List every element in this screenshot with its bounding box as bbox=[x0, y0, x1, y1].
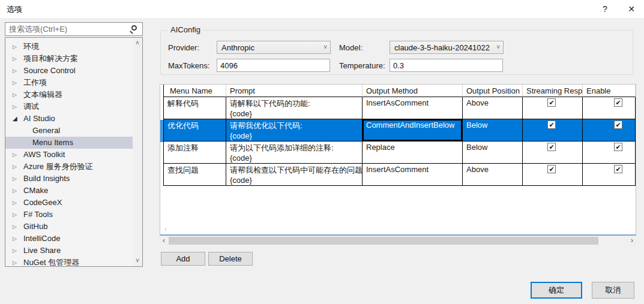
tree-collapsed-icon[interactable]: ▷ bbox=[13, 185, 21, 197]
sidebar-item-codegeex[interactable]: ▷CodeGeeX bbox=[5, 197, 133, 209]
sidebar-item-azure-auth[interactable]: ▷Azure 服务身份验证 bbox=[5, 161, 133, 173]
sidebar-item-live-share[interactable]: ▷Live Share bbox=[5, 245, 133, 257]
checkbox-checked[interactable]: ✔ bbox=[614, 143, 622, 151]
table-row[interactable]: 解释代码 请解释以下代码的功能:{code} InsertAsComment A… bbox=[164, 97, 636, 119]
column-header-menu-name[interactable]: Menu Name bbox=[164, 85, 226, 97]
cell-prompt[interactable]: 请帮我检查以下代码中可能存在的问题:{code} bbox=[226, 164, 363, 186]
temperature-label: Temperature: bbox=[339, 61, 385, 70]
tree-collapsed-icon[interactable]: ▷ bbox=[13, 65, 21, 77]
dialog-title: 选项 bbox=[7, 4, 22, 15]
column-header-output-position[interactable]: Output Position bbox=[463, 85, 523, 97]
add-button[interactable]: Add bbox=[161, 252, 205, 266]
scroll-down-icon[interactable]: ˅ bbox=[133, 256, 142, 266]
tree-collapsed-icon[interactable]: ▷ bbox=[13, 257, 21, 267]
max-tokens-field[interactable] bbox=[217, 59, 330, 72]
cell-prompt[interactable]: 请解释以下代码的功能:{code} bbox=[226, 97, 363, 119]
cell-output-method[interactable]: Replace bbox=[363, 142, 463, 164]
checkbox-checked[interactable]: ✔ bbox=[614, 165, 622, 173]
close-icon[interactable]: ✕ bbox=[619, 0, 643, 18]
provider-label: Provider: bbox=[168, 43, 199, 52]
tree-collapsed-icon[interactable]: ▷ bbox=[13, 221, 21, 233]
cell-menu-name[interactable]: 解释代码 bbox=[164, 97, 226, 119]
cell-output-method[interactable]: InsertAsComment bbox=[363, 97, 463, 119]
sidebar-item-general[interactable]: General bbox=[5, 125, 133, 137]
sidebar-item-source-control[interactable]: ▷Source Control bbox=[5, 65, 133, 77]
cell-streaming: ✔ bbox=[523, 97, 583, 119]
scroll-right-icon[interactable]: › bbox=[628, 237, 636, 245]
tree-collapsed-icon[interactable]: ▷ bbox=[13, 89, 21, 101]
column-header-prompt[interactable]: Prompt bbox=[226, 85, 363, 97]
tree-collapsed-icon[interactable]: ▷ bbox=[13, 233, 21, 245]
delete-button[interactable]: Delete bbox=[208, 252, 253, 266]
cell-output-method-current[interactable]: CommentAndInsertBelow bbox=[363, 119, 463, 142]
column-header-output-method[interactable]: Output Method bbox=[363, 85, 463, 97]
provider-dropdown[interactable]: Anthropic ˅ bbox=[217, 41, 331, 54]
tree-collapsed-icon[interactable]: ▷ bbox=[13, 53, 21, 65]
checkbox-checked[interactable]: ✔ bbox=[614, 98, 622, 107]
sidebar-item-work-items[interactable]: ▷工作项 bbox=[5, 77, 133, 89]
cell-output-position[interactable]: Above bbox=[463, 164, 523, 186]
scrollbar-thumb[interactable] bbox=[169, 237, 598, 245]
table-row-selected[interactable]: 优化代码 请帮我优化以下代码:{code} CommentAndInsertBe… bbox=[164, 119, 636, 142]
tree-collapsed-icon[interactable]: ▷ bbox=[13, 101, 21, 113]
chevron-down-icon: ˅ bbox=[324, 44, 327, 50]
sidebar-item-build-insights[interactable]: ▷Build Insights bbox=[5, 173, 133, 185]
grid-scroll-left-icon: ‹ bbox=[164, 225, 167, 233]
column-header-streaming[interactable]: Streaming Resp bbox=[523, 85, 583, 97]
cancel-button[interactable]: 取消 bbox=[592, 282, 634, 299]
help-icon[interactable]: ? bbox=[593, 0, 617, 18]
horizontal-scrollbar[interactable]: ‹ › bbox=[160, 237, 636, 245]
cell-output-position[interactable]: Below bbox=[463, 142, 523, 164]
checkbox-checked[interactable]: ✔ bbox=[614, 121, 622, 129]
tree-collapsed-icon[interactable]: ▷ bbox=[13, 149, 21, 161]
search-icon bbox=[131, 25, 137, 31]
search-input[interactable] bbox=[9, 24, 126, 34]
sidebar-item-cmake[interactable]: ▷CMake bbox=[5, 185, 133, 197]
tree-collapsed-icon[interactable]: ▷ bbox=[13, 77, 21, 89]
tree-collapsed-icon[interactable]: ▷ bbox=[13, 173, 21, 185]
grid-header-row: Menu Name Prompt Output Method Output Po… bbox=[164, 85, 636, 97]
scroll-left-icon[interactable]: ‹ bbox=[160, 237, 168, 245]
sidebar-item-environment[interactable]: ▷环境 bbox=[5, 41, 133, 53]
cell-prompt[interactable]: 请为以下代码添加详细的注释:{code} bbox=[226, 142, 363, 164]
tree-scrollbar[interactable]: ˄ ˅ bbox=[133, 38, 142, 266]
sidebar-item-text-editor[interactable]: ▷文本编辑器 bbox=[5, 89, 133, 101]
sidebar-item-nuget[interactable]: ▷NuGet 包管理器 bbox=[5, 257, 133, 267]
checkbox-checked[interactable]: ✔ bbox=[547, 143, 556, 151]
tree-collapsed-icon[interactable]: ▷ bbox=[13, 209, 21, 221]
sidebar-item-fsharp-tools[interactable]: ▷F# Tools bbox=[5, 209, 133, 221]
ok-button[interactable]: 确定 bbox=[531, 282, 582, 299]
sidebar-item-ai-studio[interactable]: ◢AI Studio bbox=[5, 113, 133, 125]
model-dropdown[interactable]: claude-3-5-haiku-20241022 ˅ bbox=[390, 41, 504, 54]
sidebar-item-projects-solutions[interactable]: ▷项目和解决方案 bbox=[5, 53, 133, 65]
cell-prompt[interactable]: 请帮我优化以下代码:{code} bbox=[226, 119, 363, 142]
cell-menu-name[interactable]: 优化代码 bbox=[164, 119, 226, 142]
menu-items-grid: Menu Name Prompt Output Method Output Po… bbox=[160, 84, 636, 236]
group-title: AIConfig bbox=[168, 25, 203, 34]
sidebar-item-aws-toolkit[interactable]: ▷AWS Toolkit bbox=[5, 149, 133, 161]
checkbox-checked[interactable]: ✔ bbox=[547, 98, 556, 107]
tree-collapsed-icon[interactable]: ▷ bbox=[13, 197, 21, 209]
checkbox-checked[interactable]: ✔ bbox=[547, 121, 556, 129]
tree-collapsed-icon[interactable]: ▷ bbox=[13, 161, 21, 173]
tree-expanded-icon[interactable]: ◢ bbox=[13, 113, 21, 125]
temperature-field[interactable] bbox=[390, 59, 503, 72]
checkbox-checked[interactable]: ✔ bbox=[547, 165, 556, 173]
sidebar-item-menu-items[interactable]: Menu Items bbox=[5, 137, 133, 149]
column-header-enable[interactable]: Enable bbox=[583, 85, 636, 97]
cell-output-position[interactable]: Below bbox=[463, 119, 523, 142]
sidebar-item-github[interactable]: ▷GitHub bbox=[5, 221, 133, 233]
sidebar-item-intellicode[interactable]: ▷IntelliCode bbox=[5, 233, 133, 245]
cell-menu-name[interactable]: 添加注释 bbox=[164, 142, 226, 164]
scroll-up-icon[interactable]: ˄ bbox=[133, 38, 142, 48]
tree-collapsed-icon[interactable]: ▷ bbox=[13, 245, 21, 257]
model-label: Model: bbox=[339, 43, 363, 52]
cell-menu-name[interactable]: 查找问题 bbox=[164, 164, 226, 186]
table-row[interactable]: 查找问题 请帮我检查以下代码中可能存在的问题:{code} InsertAsCo… bbox=[164, 164, 636, 186]
cell-output-method[interactable]: InsertAsComment bbox=[363, 164, 463, 186]
cell-output-position[interactable]: Above bbox=[463, 97, 523, 119]
tree-collapsed-icon[interactable]: ▷ bbox=[13, 41, 21, 53]
cell-enable: ✔ bbox=[583, 164, 636, 186]
table-row[interactable]: 添加注释 请为以下代码添加详细的注释:{code} Replace Below … bbox=[164, 142, 636, 164]
sidebar-item-debugging[interactable]: ▷调试 bbox=[5, 101, 133, 113]
